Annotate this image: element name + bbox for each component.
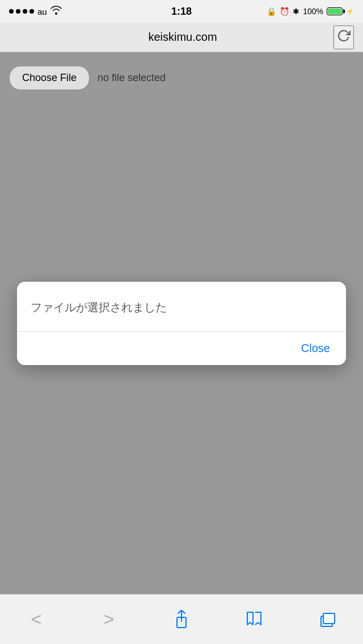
alarm-icon: ⏰ bbox=[280, 7, 289, 16]
bottom-nav: < > bbox=[0, 594, 363, 644]
status-left: au bbox=[9, 6, 62, 17]
dialog-box: ファイルが選択されました Close bbox=[17, 282, 346, 365]
status-right: 🔒 ⏰ ✱ 100% ⚡ bbox=[267, 7, 354, 16]
signal-dot-2 bbox=[16, 9, 20, 14]
dialog-overlay: ファイルが選択されました Close bbox=[0, 52, 363, 594]
signal-dot-3 bbox=[23, 9, 27, 14]
dialog-message: ファイルが選択されました bbox=[17, 282, 346, 331]
battery-fill bbox=[328, 9, 341, 14]
svg-rect-2 bbox=[323, 613, 335, 624]
page-content: Choose File no file selected ファイルが選択されまし… bbox=[0, 52, 363, 594]
battery-icon bbox=[327, 7, 343, 15]
status-bar: au 1:18 🔒 ⏰ ✱ 100% ⚡ bbox=[0, 0, 363, 23]
forward-icon: > bbox=[104, 609, 115, 630]
dialog-actions: Close bbox=[17, 332, 346, 365]
forward-button[interactable]: > bbox=[92, 603, 126, 637]
bookmarks-icon bbox=[245, 611, 263, 628]
bluetooth-icon: ✱ bbox=[293, 7, 299, 16]
browser-bar: keiskimu.com bbox=[0, 23, 363, 52]
tabs-icon bbox=[318, 611, 335, 628]
refresh-button[interactable] bbox=[334, 26, 354, 49]
dialog-close-button[interactable]: Close bbox=[285, 332, 346, 365]
back-button[interactable]: < bbox=[19, 603, 53, 637]
status-time: 1:18 bbox=[171, 6, 192, 18]
bookmarks-button[interactable] bbox=[237, 603, 271, 637]
signal-dot-1 bbox=[9, 9, 14, 14]
wifi-icon bbox=[50, 6, 62, 17]
url-bar[interactable]: keiskimu.com bbox=[32, 31, 334, 44]
battery-indicator bbox=[327, 7, 343, 15]
back-icon: < bbox=[31, 609, 42, 630]
battery-percent: 100% bbox=[303, 7, 323, 16]
signal-dot-4 bbox=[29, 9, 34, 14]
share-icon bbox=[173, 610, 190, 629]
share-button[interactable] bbox=[164, 603, 199, 637]
tabs-button[interactable] bbox=[310, 603, 344, 637]
carrier-label: au bbox=[37, 7, 47, 16]
lock-icon: 🔒 bbox=[267, 7, 276, 16]
signal-dots bbox=[9, 9, 34, 14]
charging-icon: ⚡ bbox=[346, 8, 354, 15]
